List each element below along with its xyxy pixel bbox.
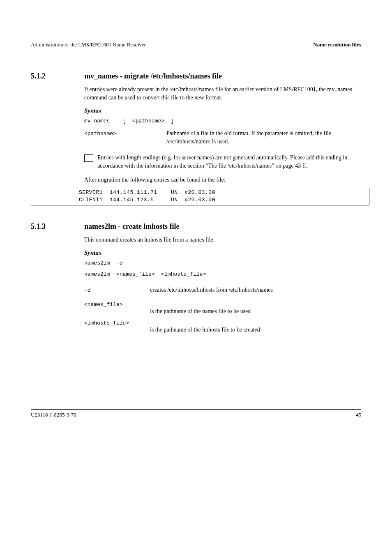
note-text: Entries with length endings (e.g. for se… [97, 154, 361, 170]
footer-rule [31, 409, 361, 410]
note-block: Entries with length endings (e.g. for se… [84, 154, 361, 170]
param-key-pathname: <pathname> [84, 130, 166, 138]
param-key-d: -d [84, 287, 134, 295]
param-val-d: creates /etc/lmhosts/lmhosts from /etc/l… [150, 286, 273, 294]
section-heading-5-1-2: 5.1.2 mv_names - migrate /etc/lmhosts/na… [31, 71, 361, 81]
page-number: 45 [356, 411, 361, 419]
heading-title: names2lm - create lmhosts file [84, 221, 180, 232]
heading-number: 5.1.3 [31, 221, 84, 232]
section-heading-5-1-3: 5.1.3 names2lm - create lmhosts file [31, 221, 361, 232]
heading-title: mv_names - migrate /etc/lmhosts/names fi… [84, 71, 222, 81]
running-footer: U23116-J-Z265-3-76 45 [31, 411, 361, 419]
syntax-line-1: names2lm -d [84, 260, 361, 267]
header-rule [31, 50, 361, 50]
running-header: Administration of the LMS/RFC1001 Name R… [31, 41, 361, 49]
param-val-names-file: is the pathname of the names file to be … [150, 307, 361, 315]
intro-paragraph: This command creates an lmhosts file fro… [84, 236, 361, 244]
example-box: SERVER1 144.145.111.71 UN #20,03,00 CLIE… [31, 188, 369, 206]
param-key-lmhosts-file: <lmhosts_file> [84, 320, 129, 326]
header-left: Administration of the LMS/RFC1001 Name R… [31, 41, 146, 49]
intro-paragraph: If entries were already present in the /… [84, 85, 361, 102]
footer-left: U23116-J-Z265-3-76 [31, 411, 76, 419]
after-label: After migration the following entries ca… [84, 176, 361, 184]
param-val-lmhosts-file: is the pathname of the lmhosts file to b… [150, 326, 361, 334]
heading-number: 5.1.2 [31, 71, 84, 81]
open-book-icon [84, 154, 93, 162]
syntax-line: mv_names [ <pathname> ] [84, 117, 361, 125]
syntax-label: Syntax [84, 106, 361, 115]
header-right: Name resolution files [313, 41, 361, 49]
syntax-line-2: names2lm <names_file> <lmhosts_file> [84, 271, 361, 279]
param-key-names-file: <names_file> [84, 302, 123, 308]
syntax-label: Syntax [84, 249, 361, 258]
param-val-pathname: Pathname of a file in the old format. If… [166, 129, 361, 146]
